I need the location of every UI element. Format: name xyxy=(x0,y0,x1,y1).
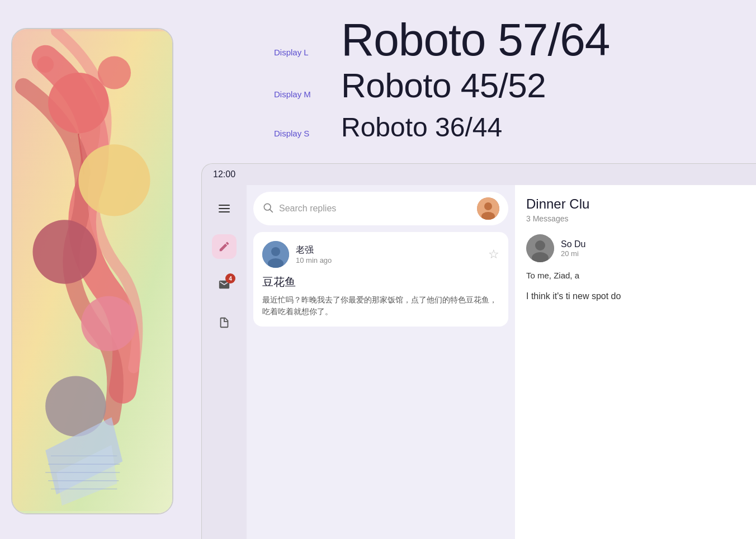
app-inner: 12:00 xyxy=(202,164,756,539)
star-button[interactable]: ☆ xyxy=(488,247,499,262)
message-preview: 最近忙吗？昨晚我去了你最爱的那家饭馆，点了他们的特色豆花鱼，吃着吃着就想你了。 xyxy=(262,294,499,318)
sidebar-item-notes[interactable] xyxy=(212,310,237,335)
detail-contact: So Du 20 mi xyxy=(526,234,756,262)
main-section: Display L Roboto 57/64 Display M Roboto … xyxy=(185,0,756,539)
svg-point-6 xyxy=(32,220,96,283)
search-icon xyxy=(262,202,273,216)
svg-point-22 xyxy=(484,202,492,210)
search-bar[interactable]: Search replies xyxy=(253,192,508,225)
app-window: 12:00 xyxy=(201,163,756,539)
svg-point-5 xyxy=(78,144,150,216)
message-subject: 豆花鱼 xyxy=(262,275,499,290)
sender-avatar-image xyxy=(262,241,289,268)
svg-point-28 xyxy=(535,240,545,250)
sidebar-item-inbox[interactable]: 4 xyxy=(212,272,237,297)
detail-body-text: I think it's ti new spot do xyxy=(526,289,756,304)
svg-point-7 xyxy=(81,296,136,351)
svg-point-25 xyxy=(271,247,280,256)
sidebar-item-menu[interactable] xyxy=(212,196,237,221)
app-mockup-area: 12:00 xyxy=(185,163,756,539)
svg-line-20 xyxy=(270,209,272,212)
contact-time: 20 mi xyxy=(561,249,585,258)
detail-panel: Dinner Clu 3 Messages xyxy=(515,185,756,539)
message-meta: 老强 10 min ago xyxy=(296,244,481,264)
detail-title: Dinner Clu xyxy=(526,196,756,212)
display-s-text: Roboto 36/44 xyxy=(341,114,502,141)
contact-avatar-image xyxy=(526,234,554,262)
svg-point-2 xyxy=(98,56,131,89)
message-time: 10 min ago xyxy=(296,256,481,264)
sender-name: 老强 xyxy=(296,244,481,256)
left-section xyxy=(0,0,185,539)
main-content: Search replies xyxy=(247,185,756,539)
status-bar: 12:00 xyxy=(202,164,756,185)
message-card[interactable]: 老强 10 min ago ☆ 豆花鱼 最近忙吗？昨晚我去了你最爱的那家饭馆，点… xyxy=(253,232,508,327)
display-s-label: Display S xyxy=(274,129,341,138)
display-m-label: Display M xyxy=(274,89,341,99)
phone-mockup xyxy=(11,28,173,514)
sidebar: 4 xyxy=(202,185,247,539)
sender-avatar xyxy=(262,241,289,268)
svg-point-3 xyxy=(37,56,54,73)
display-m-text: Roboto 45/52 xyxy=(341,68,546,103)
message-list-panel: Search replies xyxy=(247,185,515,539)
display-s-row: Display S Roboto 36/44 xyxy=(274,114,722,141)
detail-subtitle: 3 Messages xyxy=(526,214,756,223)
display-l-label: Display L xyxy=(274,48,341,57)
sidebar-item-compose[interactable] xyxy=(212,234,237,259)
user-avatar[interactable] xyxy=(477,197,499,220)
display-m-row: Display M Roboto 45/52 xyxy=(274,68,722,103)
search-placeholder: Search replies xyxy=(279,204,336,214)
art-background xyxy=(12,29,172,513)
inbox-badge: 4 xyxy=(225,273,235,283)
contact-info: So Du 20 mi xyxy=(561,239,585,258)
status-time: 12:00 xyxy=(213,169,235,179)
display-l-text: Roboto 57/64 xyxy=(341,17,609,63)
contact-avatar xyxy=(526,234,554,262)
detail-body-intro: To me, Ziad, a xyxy=(526,269,756,282)
avatar-image xyxy=(477,197,499,220)
contact-name: So Du xyxy=(561,239,585,249)
message-header: 老强 10 min ago ☆ xyxy=(262,241,499,268)
typography-area: Display L Roboto 57/64 Display M Roboto … xyxy=(185,0,756,152)
display-l-row: Display L Roboto 57/64 xyxy=(274,17,722,63)
svg-point-1 xyxy=(48,73,108,133)
